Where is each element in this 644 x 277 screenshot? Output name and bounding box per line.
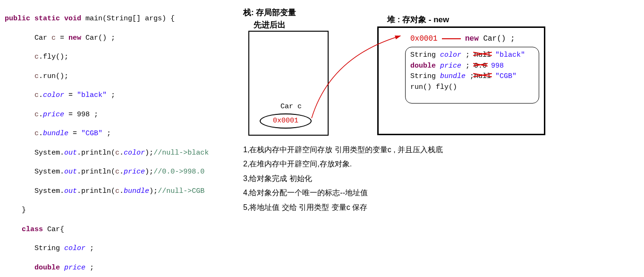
obj-methods: run() fly() <box>410 82 534 93</box>
heap-box: 0x0001 new Car() ; String color ; null "… <box>377 26 545 135</box>
notes-list: 1,在栈内存中开辟空间存放 引用类型的变量c , 并且压入栈底 2,在堆内存中开… <box>243 143 443 215</box>
note-5: 5,将地址值 交给 引用类型 变量c 保存 <box>243 200 443 215</box>
heap-new-expr: new Car() ; <box>465 35 515 43</box>
heap-address: 0x0001 <box>410 35 438 43</box>
note-2: 2,在堆内存中开辟空间,存放对象. <box>243 157 443 171</box>
obj-field-color: String color ; null "black" <box>410 50 534 61</box>
obj-field-price: double price ; 0.0 998 <box>410 61 534 72</box>
stack-title: 栈: 存局部变量 先进后出 <box>243 7 296 31</box>
note-4: 4,给对象分配一个唯一的标志--地址值 <box>243 186 443 200</box>
note-3: 3,给对象完成 初始化 <box>243 172 443 186</box>
heap-dash <box>442 38 461 39</box>
code-panel: public static void main(String[] args) {… <box>5 5 241 277</box>
obj-field-bundle: String bundle ;null "CGB" <box>410 71 534 82</box>
note-1: 1,在栈内存中开辟空间存放 引用类型的变量c , 并且压入栈底 <box>243 143 443 157</box>
stack-var-name: Car c <box>280 103 302 111</box>
object-box: String color ; null "black" double price… <box>405 47 539 104</box>
stack-address: 0x0001 <box>260 113 312 129</box>
stack-box: Car c 0x0001 <box>248 31 329 136</box>
stack-title-line1: 栈: 存局部变量 <box>243 7 296 19</box>
stack-title-line2: 先进后出 <box>243 19 296 31</box>
heap-title: 堆 : 存对象 - new <box>387 14 449 25</box>
